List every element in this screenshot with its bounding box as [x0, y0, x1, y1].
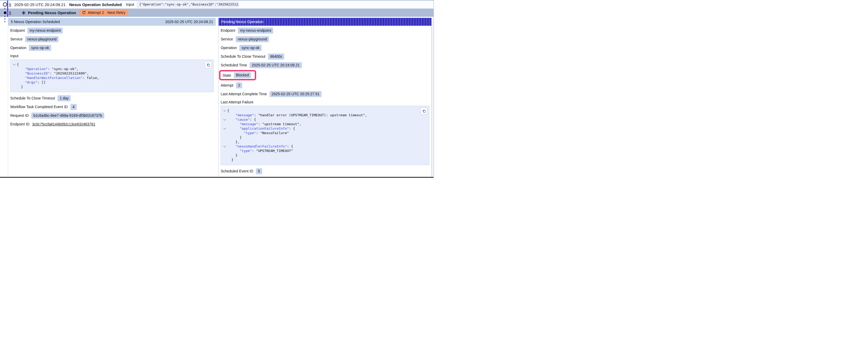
window-bottom-border [0, 177, 434, 178]
json-line: "message": "handler error (UPSTREAM_TIME… [222, 113, 426, 117]
json-line: "cause": { [222, 117, 426, 122]
collapse-chevron-icon[interactable] [223, 144, 226, 147]
field-value-chip: my-nexus-endpoint [27, 28, 63, 34]
pending-asterisk-icon [22, 11, 26, 15]
field-label: Endpoint [10, 28, 25, 33]
state-row: State Blocked [221, 70, 431, 80]
event-detail-panels: 5 Nexus Operation Scheduled 2025-02-25 U… [8, 18, 432, 179]
field-label: Schedule To Close Timeout [10, 96, 55, 100]
json-line: "nexusHandlerFailureInfo": { [222, 144, 426, 149]
retry-attempt-badge: Attempt 2 · Next Retry [79, 10, 128, 16]
left-panel-title: 5 Nexus Operation Scheduled [11, 20, 60, 24]
left-panel-header: 5 Nexus Operation Scheduled 2025-02-25 U… [8, 18, 216, 26]
field-label: Operation [221, 46, 237, 50]
input-json-viewer: { "Operation": "sync-op-ok", "BusinessID… [10, 60, 214, 92]
detail-field-row: Attempt 2 [219, 82, 431, 89]
timeline-dashed-connector [4, 8, 5, 23]
json-line: "applicationFailureInfo": { [222, 126, 426, 131]
state-value-chip: Blocked [234, 72, 251, 78]
json-line: "Args": [] [12, 80, 211, 85]
json-line: "BusinessID": "20250225122409", [12, 71, 211, 75]
copy-icon [207, 63, 210, 67]
field-value-chip: 2025-02-25 UTC 20:24:09.21 [250, 62, 302, 68]
json-line: { [222, 108, 426, 113]
json-line: } [222, 153, 426, 158]
left-panel-timestamp: 2025-02-25 UTC 20:24:09.21 [165, 20, 213, 24]
workflow-history-window: 5 2025-02-25 UTC 20:24:09.21 Nexus Opera… [0, 0, 434, 179]
endpoint-id-link[interactable]: 3c0c75ccfa8144b092c13ce632463761 [32, 122, 95, 126]
field-label: Scheduled Time [221, 63, 247, 67]
field-value-chip: my-nexus-endpoint [238, 28, 273, 34]
event-id-link[interactable]: 5 [9, 2, 11, 7]
retry-icon [82, 11, 86, 15]
event-row-nexus-operation-scheduled[interactable]: 5 2025-02-25 UTC 20:24:09.21 Nexus Opera… [0, 1, 434, 9]
right-panel-title: Pending Nexus Operation [221, 20, 263, 24]
field-value-chip: 2 [236, 83, 242, 89]
detail-field-row: Endpoint my-nexus-endpoint [219, 27, 431, 34]
field-value-chip: sync-op-ok [239, 45, 261, 51]
detail-field-row: Request ID b1c6a4bc-8ee7-468a-9169-df3b0… [8, 111, 216, 120]
timeline-event-marker-open[interactable] [3, 2, 7, 6]
json-line: "HandlerWaitForCancellation": false, [12, 75, 211, 80]
field-label: Last Attempt Complete Time [221, 92, 267, 96]
field-value-chip: sync-op-ok [29, 45, 51, 51]
copy-button[interactable] [205, 61, 212, 68]
json-line: "Operation": "sync-op-ok", [12, 67, 211, 71]
detail-field-row: Schedule To Close Timeout 86400s [219, 53, 431, 60]
window-right-border [433, 1, 434, 179]
collapse-chevron-icon[interactable] [223, 127, 226, 129]
retry-badge-label: Attempt 2 · Next Retry [88, 10, 125, 15]
event-row-pending-nexus-operation[interactable]: 5 Pending Nexus Operation Attempt 2 · Ne… [0, 9, 434, 17]
endpoint-id-row: Endpoint ID 3c0c75ccfa8144b092c13ce63246… [8, 120, 216, 128]
detail-field-row: Operation sync-op-ok [8, 44, 216, 52]
event-title: Nexus Operation Scheduled [69, 2, 122, 7]
scheduled-event-panel: 5 Nexus Operation Scheduled 2025-02-25 U… [8, 18, 216, 179]
copy-icon [422, 109, 426, 113]
collapse-chevron-icon[interactable] [223, 109, 226, 111]
collapse-chevron-icon[interactable] [13, 63, 16, 65]
field-label: State [222, 73, 231, 77]
field-label: Operation [10, 46, 26, 50]
event-id-link[interactable]: 5 [9, 10, 11, 15]
json-line: "type": "UPSTREAM_TIMEOUT" [222, 149, 426, 153]
window-bottom-margin [0, 178, 434, 179]
field-label: Endpoint ID [10, 122, 29, 126]
event-title: Pending Nexus Operation [28, 10, 76, 15]
field-value-chip: 5 [256, 168, 262, 174]
field-label: Schedule To Close Timeout [221, 54, 265, 59]
field-label: Request ID [10, 113, 29, 118]
detail-field-row: Workflow Task Completed Event ID 4 [8, 103, 216, 111]
input-preview-chip: {"Operation":"sync-op-ok","BusinessID":"… [137, 2, 239, 7]
copy-button[interactable] [421, 108, 428, 115]
detail-field-row: Service nexus-playground [8, 35, 216, 43]
input-section-label: Input [8, 52, 216, 59]
json-line: } [222, 135, 426, 140]
detail-field-row: Schedule To Close Timeout 1 day [8, 94, 216, 102]
detail-field-row: Operation sync-op-ok [219, 44, 431, 52]
json-line: "message": "upstream timeout", [222, 122, 426, 126]
detail-field-row: Scheduled Time 2025-02-25 UTC 20:24:09.2… [219, 61, 431, 69]
detail-field-row: Service nexus-playground [219, 35, 431, 43]
field-label: Service [10, 37, 23, 41]
timeline-event-marker-filled[interactable] [3, 10, 7, 15]
json-line: } [222, 158, 426, 162]
field-label: Workflow Task Completed Event ID [10, 105, 68, 109]
right-panel-header: Pending Nexus Operation [219, 18, 431, 26]
field-value-chip: nexus-playground [25, 36, 59, 42]
highlight-annotation-state: State Blocked [219, 70, 256, 80]
json-line: "type": "NexusFailure" [222, 131, 426, 135]
detail-field-row: Endpoint my-nexus-endpoint [8, 27, 216, 34]
json-line: { [12, 62, 211, 67]
collapse-chevron-icon[interactable] [223, 118, 226, 121]
field-value-chip: 86400s [268, 54, 284, 60]
field-label: Attempt [221, 83, 233, 88]
input-label: Input [126, 2, 134, 6]
failure-section-label: Last Attempt Failure [219, 98, 431, 105]
json-line: } [12, 85, 211, 89]
vertical-scrollbar[interactable] [432, 18, 433, 177]
detail-field-row: Last Attempt Complete Time 2025-02-25 UT… [219, 90, 431, 98]
pending-operation-panel: Pending Nexus Operation Endpoint my-nexu… [218, 18, 432, 179]
timeline-selection-bar [7, 1, 8, 17]
field-value-chip: b1c6a4bc-8ee7-468a-9169-df3b02c8737b [31, 112, 104, 119]
field-label: Service [221, 37, 233, 41]
